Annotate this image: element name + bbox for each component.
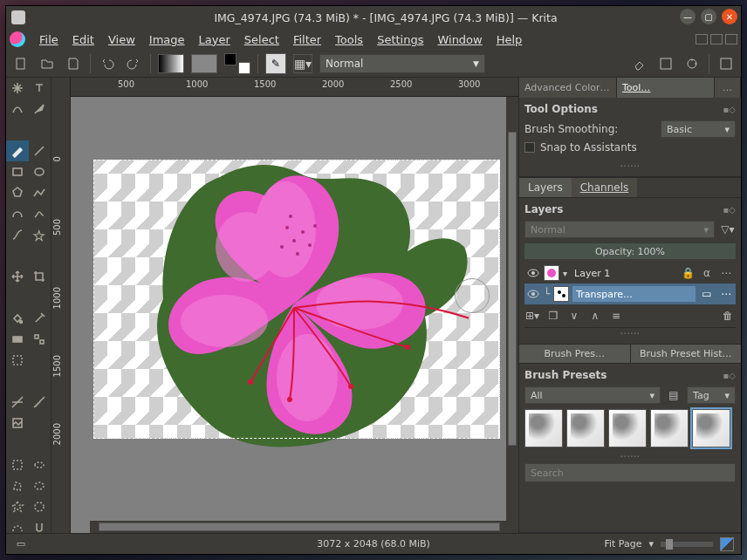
smoothing-dropdown[interactable]: Basic▾	[661, 120, 736, 138]
brush-shape-picker[interactable]: ▦▾	[293, 54, 312, 73]
tab-channels[interactable]: Channels	[572, 178, 638, 197]
tool-move[interactable]	[6, 266, 29, 287]
tool-bezier[interactable]	[6, 203, 29, 224]
duplicate-layer-button[interactable]: ❐	[545, 308, 561, 324]
vertical-scrollbar[interactable]	[506, 97, 518, 533]
fg-bg-color-picker[interactable]	[224, 53, 250, 74]
layer-row[interactable]: └ Transpare… ▭ ⋯	[524, 283, 736, 304]
tool-fill[interactable]	[6, 308, 29, 329]
tool-polyline[interactable]	[29, 182, 51, 203]
zoom-fit-label[interactable]: Fit Page	[604, 538, 641, 550]
tool-select-magnetic[interactable]	[29, 517, 51, 538]
reload-preset-button[interactable]	[682, 54, 702, 73]
tool-pattern-edit[interactable]	[29, 329, 51, 350]
zoom-slider[interactable]	[661, 542, 713, 547]
blend-mode-dropdown[interactable]: Normal ▼	[319, 54, 485, 73]
window-close-button[interactable]: ✕	[722, 9, 737, 24]
tab-tool-options[interactable]: Tool…	[617, 78, 715, 98]
horizontal-scrollbar[interactable]	[90, 521, 506, 533]
canvas-viewport[interactable]	[71, 97, 518, 533]
preset-filter-dropdown[interactable]: All▾	[524, 386, 661, 404]
alpha-icon[interactable]: α	[699, 265, 715, 281]
opacity-slider[interactable]: Opacity: 100%	[524, 243, 736, 259]
props-icon[interactable]: ⋯	[718, 265, 734, 281]
workspace-chooser-icon[interactable]	[696, 34, 708, 44]
visibility-icon[interactable]	[526, 266, 540, 280]
save-file-button[interactable]	[64, 54, 83, 73]
tool-select-poly[interactable]	[6, 475, 29, 496]
menu-file[interactable]: File	[32, 31, 65, 49]
layer-row[interactable]: ▾ Layer 1 🔒 α ⋯	[524, 263, 736, 283]
tool-smart-patch[interactable]	[6, 350, 29, 371]
menu-select[interactable]: Select	[237, 31, 286, 49]
tool-assistant[interactable]	[6, 392, 29, 413]
filter-layers-button[interactable]: ▽▾	[720, 222, 736, 237]
tool-ellipse[interactable]	[29, 161, 51, 182]
workspace-chooser-icon[interactable]	[725, 34, 737, 44]
menu-image[interactable]: Image	[142, 31, 192, 49]
visibility-icon[interactable]	[526, 287, 540, 301]
preset-search-input[interactable]: Search	[524, 463, 736, 482]
brush-preset-item[interactable]	[566, 409, 605, 447]
redo-button[interactable]	[124, 54, 143, 73]
tool-crop[interactable]	[29, 266, 51, 287]
tag-dropdown[interactable]: Tag▾	[687, 386, 736, 404]
new-file-button[interactable]	[11, 54, 31, 73]
gradient-picker[interactable]	[158, 54, 184, 73]
menu-filter[interactable]: Filter	[286, 31, 328, 49]
brush-preset-item[interactable]	[608, 409, 647, 447]
props-icon[interactable]: ⋯	[718, 286, 734, 302]
chevron-down-icon[interactable]: ▾	[648, 538, 654, 550]
tool-select-ellipse[interactable]	[29, 475, 51, 496]
layer-name[interactable]: Transpare…	[572, 286, 696, 302]
menu-edit[interactable]: Edit	[65, 31, 101, 49]
dock-menu-icon[interactable]: ▪◇	[723, 105, 736, 114]
tab-layers[interactable]: Layers	[519, 178, 572, 197]
lock-icon[interactable]: 🔒	[680, 265, 696, 281]
open-file-button[interactable]	[38, 54, 57, 73]
view-mode-button[interactable]: ▤	[666, 387, 682, 403]
brush-preset-thumb[interactable]: ✎	[265, 53, 286, 74]
undo-button[interactable]	[98, 54, 117, 73]
tool-gradient[interactable]	[6, 329, 29, 350]
window-maximize-button[interactable]: ▢	[701, 9, 716, 24]
layer-name[interactable]: Layer 1	[571, 265, 676, 281]
layer-properties-button[interactable]: ≡	[608, 308, 624, 324]
workspace-chooser-icon[interactable]	[710, 34, 723, 44]
menu-tools[interactable]: Tools	[328, 31, 370, 49]
tool-select-contig[interactable]	[6, 496, 29, 517]
tool-text[interactable]	[29, 78, 51, 99]
add-layer-button[interactable]: ⊞▾	[524, 308, 540, 324]
alpha-lock-button[interactable]	[656, 54, 675, 73]
tool-transform[interactable]	[6, 78, 29, 99]
eraser-mode-button[interactable]	[630, 54, 649, 73]
brush-preset-item[interactable]	[650, 409, 689, 447]
tab-overflow[interactable]: …	[715, 78, 741, 98]
menu-help[interactable]: Help	[490, 31, 530, 49]
tab-brush-presets[interactable]: Brush Pres…	[519, 345, 630, 363]
tool-select-bezier[interactable]	[6, 517, 29, 538]
menu-layer[interactable]: Layer	[192, 31, 237, 49]
menu-view[interactable]: View	[101, 31, 142, 49]
tab-brush-preset-history[interactable]: Brush Preset Hist…	[630, 345, 742, 363]
chevron-down-icon[interactable]: ▾	[563, 269, 567, 278]
mask-icon[interactable]: ▭	[699, 286, 715, 302]
tool-polygon[interactable]	[6, 182, 29, 203]
tool-reference[interactable]	[6, 413, 29, 434]
brush-preset-item[interactable]	[692, 409, 730, 447]
tool-edit-shape[interactable]	[6, 99, 29, 120]
tool-select-outline[interactable]	[29, 454, 51, 475]
menu-settings[interactable]: Settings	[370, 31, 430, 49]
tool-rectangle[interactable]	[6, 161, 29, 182]
dock-menu-icon[interactable]: ▪◇	[723, 371, 736, 380]
tool-freehand-path[interactable]	[29, 203, 51, 224]
workspace-button[interactable]	[716, 54, 736, 73]
move-layer-up-button[interactable]: ∧	[587, 308, 603, 324]
snap-assistants-checkbox[interactable]	[524, 142, 535, 153]
tool-freehand-brush[interactable]	[6, 140, 29, 161]
layer-blend-dropdown[interactable]: Normal▾	[524, 221, 715, 238]
tool-select-rect[interactable]	[6, 454, 29, 475]
canvas-map-button[interactable]	[720, 537, 734, 551]
tool-select-similar[interactable]	[29, 496, 51, 517]
tool-measure[interactable]	[29, 392, 51, 413]
